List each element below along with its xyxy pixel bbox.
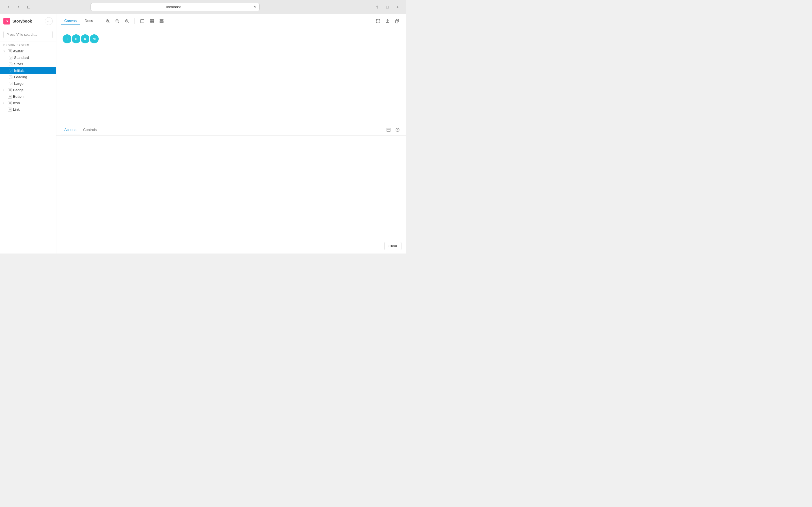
- svg-rect-13: [150, 21, 152, 23]
- sidebar-group-badge-header[interactable]: › ⊞ Badge: [0, 87, 56, 93]
- view-outline-button[interactable]: [157, 17, 166, 25]
- sidebar: DESIGN SYSTEM ▾ ⊞ Avatar ◻ Standard ◻ Si…: [0, 28, 56, 253]
- tab-canvas[interactable]: Canvas: [61, 17, 80, 25]
- header-divider-2: [135, 18, 135, 24]
- canvas-area: T D K M Actions Controls: [56, 28, 406, 253]
- header-menu-button[interactable]: ···: [45, 17, 53, 25]
- sidebar-group-button: › ⊞ Button: [0, 93, 56, 100]
- sidebar-item-loading[interactable]: ◻ Loading: [0, 74, 56, 80]
- sidebar-group-button-label: Button: [13, 94, 24, 99]
- storybook-title: Storybook: [12, 19, 32, 23]
- view-single-button[interactable]: [138, 17, 147, 25]
- svg-line-8: [128, 22, 129, 23]
- share-story-button[interactable]: [384, 17, 392, 25]
- browser-url-text: localhost: [94, 5, 253, 9]
- header-right-actions: [374, 17, 402, 25]
- sidebar-search-container: [0, 28, 56, 41]
- panel-close-button[interactable]: [394, 126, 402, 134]
- sidebar-group-avatar-label: Avatar: [13, 49, 23, 53]
- group-icon-button: ⊞: [8, 95, 12, 99]
- sidebar-header: S Storybook ···: [0, 14, 56, 28]
- sidebar-group-link: › ⊞ Link: [0, 106, 56, 113]
- svg-rect-19: [396, 20, 398, 23]
- fit-to-screen-button[interactable]: [374, 17, 382, 25]
- sidebar-group-avatar: ▾ ⊞ Avatar ◻ Standard ◻ Sizes ◻ Initials: [0, 48, 56, 87]
- browser-reload-button[interactable]: ↻: [253, 5, 257, 9]
- panel-content: Clear: [56, 136, 406, 253]
- sidebar-item-sizes-label: Sizes: [14, 62, 23, 66]
- browser-share-button[interactable]: ⇧: [373, 3, 381, 11]
- chevron-right-icon-icon: ›: [3, 101, 7, 105]
- group-icon-icon: ⊞: [8, 101, 12, 105]
- story-icon-initials: ◻: [9, 69, 12, 72]
- svg-rect-10: [141, 19, 144, 23]
- clear-button[interactable]: Clear: [384, 242, 402, 250]
- sidebar-item-initials[interactable]: ◻ Initials: [0, 67, 56, 74]
- zoom-out-button[interactable]: [113, 17, 121, 25]
- avatar-M: M: [89, 34, 99, 44]
- chevron-right-icon-button: ›: [3, 95, 7, 98]
- svg-rect-16: [160, 21, 163, 22]
- sidebar-item-standard[interactable]: ◻ Standard: [0, 54, 56, 61]
- chevron-right-icon-link: ›: [3, 108, 7, 111]
- tab-docs[interactable]: Docs: [81, 17, 96, 25]
- canvas-viewport: T D K M: [56, 28, 406, 124]
- sidebar-group-badge-label: Badge: [13, 88, 24, 92]
- sidebar-item-sizes[interactable]: ◻ Sizes: [0, 61, 56, 67]
- browser-forward-button[interactable]: ›: [15, 3, 22, 11]
- chevron-right-icon-badge: ›: [3, 89, 7, 92]
- browser-chrome: ‹ › □ localhost ↻ ⇧ □ +: [0, 0, 406, 14]
- browser-sidebar-button[interactable]: □: [25, 3, 33, 11]
- search-input[interactable]: [3, 31, 53, 38]
- sidebar-item-initials-label: Initials: [14, 68, 24, 73]
- browser-right-actions: ⇧ □ +: [373, 3, 402, 11]
- browser-url-bar: localhost ↻: [91, 3, 260, 11]
- avatar-D: D: [71, 34, 81, 44]
- svg-rect-14: [152, 21, 154, 23]
- app-header: S Storybook ··· Canvas Docs: [0, 14, 406, 28]
- tab-actions[interactable]: Actions: [61, 125, 80, 135]
- browser-back-button[interactable]: ‹: [4, 3, 12, 11]
- main-header: Canvas Docs: [56, 17, 406, 25]
- story-icon-standard: ◻: [9, 56, 12, 59]
- tab-controls[interactable]: Controls: [80, 125, 100, 135]
- bottom-panel: Actions Controls Clear: [56, 124, 406, 253]
- main-content: DESIGN SYSTEM ▾ ⊞ Avatar ◻ Standard ◻ Si…: [0, 28, 406, 253]
- chevron-down-icon: ▾: [3, 50, 7, 53]
- logo-letter: S: [6, 19, 8, 23]
- bottom-panel-header: Actions Controls: [56, 124, 406, 136]
- group-icon-badge: ⊞: [8, 88, 12, 92]
- svg-rect-15: [160, 19, 163, 20]
- sidebar-group-icon: › ⊞ Icon: [0, 100, 56, 106]
- svg-rect-20: [387, 128, 390, 131]
- sidebar-item-loading-label: Loading: [14, 75, 27, 79]
- sidebar-group-link-label: Link: [13, 107, 20, 112]
- group-icon-avatar: ⊞: [8, 49, 12, 53]
- sidebar-group-icon-header[interactable]: › ⊞ Icon: [0, 100, 56, 106]
- app: S Storybook ··· Canvas Docs: [0, 14, 406, 253]
- sidebar-item-large[interactable]: ◻ Large: [0, 80, 56, 87]
- browser-add-tab-button[interactable]: +: [394, 3, 402, 11]
- sidebar-group-avatar-header[interactable]: ▾ ⊞ Avatar: [0, 48, 56, 54]
- sidebar-item-standard-label: Standard: [14, 55, 29, 60]
- avatar-group: T D K M: [62, 34, 99, 44]
- browser-newtab-button[interactable]: □: [384, 3, 391, 11]
- zoom-reset-button[interactable]: [123, 17, 131, 25]
- svg-rect-12: [152, 19, 154, 21]
- sidebar-group-link-header[interactable]: › ⊞ Link: [0, 106, 56, 113]
- story-icon-loading: ◻: [9, 75, 12, 79]
- group-icon-link: ⊞: [8, 108, 12, 112]
- sidebar-group-button-header[interactable]: › ⊞ Button: [0, 93, 56, 100]
- svg-rect-17: [160, 22, 163, 23]
- view-grid-button[interactable]: [148, 17, 156, 25]
- sidebar-item-large-label: Large: [14, 81, 23, 86]
- copy-link-button[interactable]: [393, 17, 402, 25]
- sidebar-group-icon-label: Icon: [13, 101, 20, 105]
- avatar-T: T: [62, 34, 72, 44]
- zoom-in-button[interactable]: [103, 17, 112, 25]
- story-icon-large: ◻: [9, 82, 12, 86]
- sidebar-group-badge: › ⊞ Badge: [0, 87, 56, 93]
- svg-line-5: [118, 22, 119, 23]
- panel-expand-button[interactable]: [385, 126, 393, 134]
- design-system-label: DESIGN SYSTEM: [0, 41, 56, 48]
